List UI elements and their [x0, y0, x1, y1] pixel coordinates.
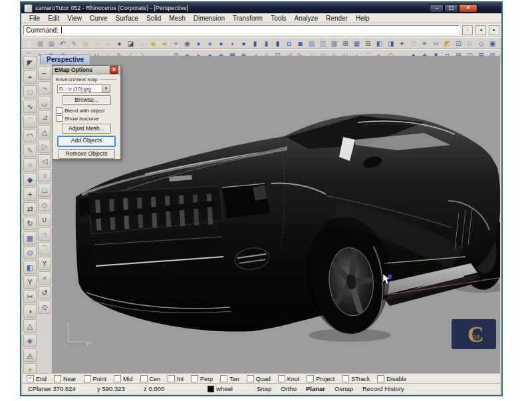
remove-objects-button[interactable]: Remove Objects: [58, 149, 115, 159]
toolbar-icon[interactable]: ◡: [38, 96, 51, 109]
checkbox-box[interactable]: [191, 375, 198, 382]
checkbox-box[interactable]: [278, 375, 285, 382]
toolbar-icon[interactable]: ▷: [38, 140, 51, 153]
osnap-toggle-tan[interactable]: Tan: [220, 375, 239, 382]
toolbar-icon[interactable]: ○: [38, 169, 51, 182]
checkbox-box[interactable]: ✓: [27, 375, 34, 382]
toolbar-icon[interactable]: ◆: [23, 173, 37, 186]
toolbar-icon[interactable]: ○: [23, 158, 37, 172]
menu-mesh[interactable]: Mesh: [165, 15, 189, 22]
toolbar-icon[interactable]: ⊟: [363, 39, 373, 49]
checkbox-box[interactable]: [56, 107, 63, 114]
osnap-toggle-int[interactable]: Int: [168, 375, 184, 382]
blend-with-object-checkbox[interactable]: Blend with object: [56, 107, 117, 114]
command-prev-button[interactable]: ◂: [475, 25, 486, 35]
toolbar-icon[interactable]: ◠: [23, 129, 37, 142]
toolbar-icon[interactable]: ✦: [171, 39, 181, 49]
toolbar-icon[interactable]: ▥: [329, 39, 339, 49]
title-bar[interactable]: camaroTutor 052 - Rhinoceros (Corporate)…: [21, 3, 501, 13]
toolbar-icon[interactable]: ◧: [23, 261, 37, 274]
emap-options-dialog[interactable]: EMap Options ✕ Environment map D...\z (1…: [52, 65, 121, 160]
command-input[interactable]: Command:: [23, 25, 460, 35]
osnap-toggle-project[interactable]: Project: [307, 375, 334, 382]
checkbox-box[interactable]: [114, 375, 121, 382]
toolbar-icon[interactable]: ▦: [47, 39, 57, 49]
toolbar-icon[interactable]: ◬: [23, 348, 37, 362]
current-layer[interactable]: wheel: [207, 385, 233, 392]
toolbar-icon[interactable]: ◈: [23, 334, 37, 347]
checkbox-box[interactable]: [84, 375, 91, 382]
command-spinner[interactable]: ↕: [462, 25, 473, 35]
toolbar-icon[interactable]: ●: [239, 39, 249, 49]
toolbar-icon[interactable]: ⌒: [23, 114, 37, 128]
menu-transform[interactable]: Transform: [229, 15, 267, 22]
toolbar-icon[interactable]: ⌒: [38, 242, 51, 255]
checkbox-box[interactable]: [56, 115, 63, 122]
add-objects-button[interactable]: Add Objects: [57, 136, 116, 147]
checkbox-box[interactable]: [342, 375, 349, 382]
toolbar-icon[interactable]: ⊿: [38, 110, 51, 124]
menu-render[interactable]: Render: [322, 15, 352, 22]
toolbar-icon[interactable]: ✂: [23, 290, 37, 303]
toolbar-icon[interactable]: △: [23, 319, 37, 333]
toolbar-icon[interactable]: ≡: [420, 39, 430, 49]
osnap-toggle-knot[interactable]: Knot: [278, 375, 300, 382]
minimize-button[interactable]: –: [430, 4, 444, 13]
osnap-toggle-near[interactable]: Near: [54, 375, 76, 382]
checkbox-box[interactable]: [168, 375, 175, 382]
menu-dimension[interactable]: Dimension: [190, 15, 229, 22]
toolbar-icon[interactable]: ¬: [38, 81, 51, 94]
menu-surface[interactable]: Surface: [112, 15, 142, 22]
toolbar-icon[interactable]: ∩: [38, 227, 51, 241]
toolbar-icon[interactable]: ▦: [23, 231, 37, 245]
environment-map-combo[interactable]: D...\z (10).jpg ▼: [57, 84, 110, 93]
toolbar-icon[interactable]: ●: [194, 39, 203, 49]
chevron-down-icon[interactable]: ▼: [102, 85, 110, 92]
toolbar-icon[interactable]: ∷: [465, 39, 475, 49]
toolbar-icon[interactable]: ▯: [24, 39, 34, 49]
toolbar-icon[interactable]: ◪: [126, 39, 136, 49]
toolbar-icon[interactable]: ◫: [318, 39, 328, 49]
osnap-toggle-mid[interactable]: Mid: [114, 375, 133, 382]
browse-button[interactable]: Browse...: [62, 95, 111, 105]
toolbar-icon[interactable]: □: [23, 85, 37, 98]
status-toggle-snap[interactable]: Snap: [257, 385, 271, 392]
osnap-toggle-strack[interactable]: STrack: [342, 375, 370, 382]
checkbox-box[interactable]: [307, 375, 314, 382]
toolbar-icon[interactable]: ▦: [352, 39, 362, 49]
osnap-toggle-point[interactable]: Point: [84, 375, 107, 382]
toolbar-icon[interactable]: ⊙: [38, 301, 51, 314]
toolbar-icon[interactable]: ☼: [103, 39, 113, 49]
toolbar-icon[interactable]: ↺: [38, 286, 51, 299]
checkbox-box[interactable]: [247, 375, 254, 382]
toolbar-icon[interactable]: Y: [38, 257, 51, 270]
toolbar-icon[interactable]: ◇: [38, 198, 51, 211]
toolbar-icon[interactable]: ◘: [284, 39, 294, 49]
toolbar-icon[interactable]: ⊞: [340, 39, 350, 49]
toolbar-icon[interactable]: ◑: [23, 305, 37, 318]
toolbar-icon[interactable]: ◩: [442, 39, 452, 49]
checkbox-box[interactable]: [377, 375, 384, 382]
status-toggle-record-history[interactable]: Record History: [362, 385, 404, 392]
toolbar-icon[interactable]: ∺: [431, 39, 441, 49]
cplane-button[interactable]: CPlane: [28, 385, 49, 392]
osnap-toggle-perp[interactable]: Perp: [191, 375, 213, 382]
toolbar-icon[interactable]: ◨: [386, 39, 396, 49]
toolbar-icon[interactable]: ⊡: [454, 39, 464, 49]
toolbar-icon[interactable]: △: [38, 125, 51, 138]
toolbar-icon[interactable]: ◇: [476, 39, 486, 49]
toolbar-icon[interactable]: ↻: [23, 217, 37, 230]
menu-tools[interactable]: Tools: [267, 15, 290, 22]
status-toggle-osnap[interactable]: Osnap: [334, 385, 353, 392]
toolbar-icon[interactable]: ∿: [23, 100, 37, 113]
toolbar-icon[interactable]: ▤: [307, 39, 317, 49]
osnap-toggle-disable[interactable]: Disable: [377, 375, 406, 382]
checkbox-box[interactable]: [54, 375, 61, 382]
toolbar-icon[interactable]: ▫: [499, 39, 501, 49]
maximize-button[interactable]: ▢: [444, 4, 458, 13]
toolbar-icon[interactable]: ↶: [58, 39, 68, 49]
close-button[interactable]: ✕: [459, 4, 477, 13]
toolbar-icon[interactable]: ∷: [408, 39, 418, 49]
status-toggle-ortho[interactable]: Ortho: [281, 385, 297, 392]
toolbar-icon[interactable]: ⊙: [23, 246, 37, 259]
